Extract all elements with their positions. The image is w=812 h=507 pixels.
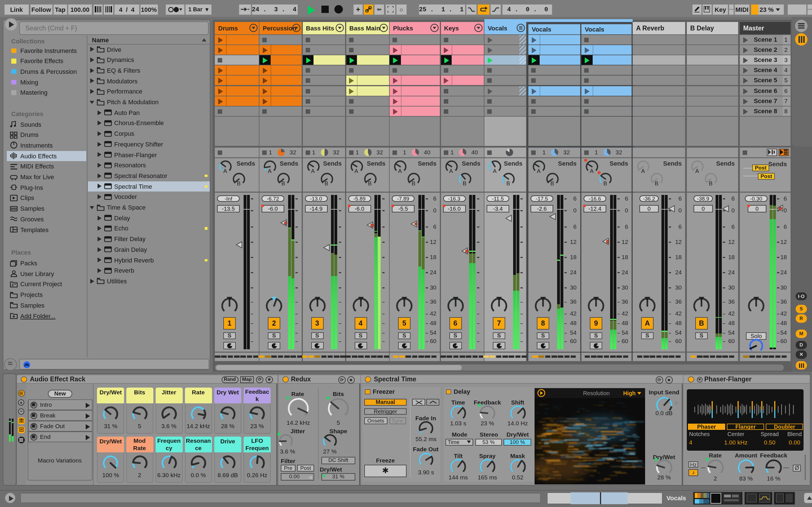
svg-text:High: High <box>623 390 636 396</box>
svg-text:Resolution: Resolution <box>583 390 610 396</box>
